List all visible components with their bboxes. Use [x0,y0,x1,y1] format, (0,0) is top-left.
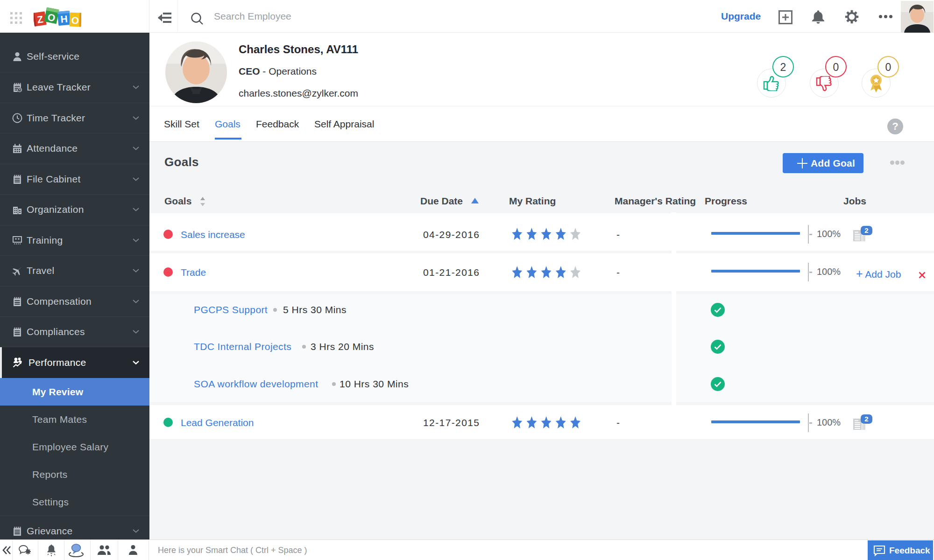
svg-text:O: O [71,15,79,26]
svg-text:H: H [60,13,68,24]
